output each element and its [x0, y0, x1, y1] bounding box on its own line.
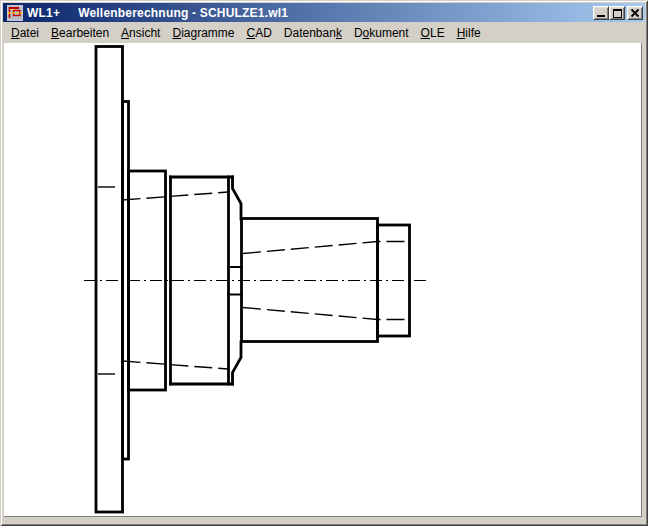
menu-item-ansicht[interactable]: Ansicht — [116, 24, 165, 42]
minimize-icon — [597, 15, 605, 17]
hidden-taper-top — [243, 242, 408, 254]
window-controls — [593, 6, 643, 20]
menu-item-cad[interactable]: CAD — [242, 24, 277, 42]
menu-item-diagramme[interactable]: Diagramme — [167, 24, 239, 42]
app-icon[interactable] — [7, 5, 23, 21]
close-icon — [628, 7, 642, 19]
window-title-app: WL1+ — [27, 6, 60, 20]
window-title-document: Wellenberechnung - SCHULZE1.wl1 — [78, 6, 288, 20]
shaft-drawing — [4, 43, 641, 516]
title-bar[interactable]: WL1+ Wellenberechnung - SCHULZE1.wl1 — [3, 3, 645, 22]
menu-item-hilfe[interactable]: Hilfe — [452, 24, 486, 42]
maximize-icon — [613, 9, 622, 18]
menu-bar: DateiBearbeitenAnsichtDiagrammeCADDatenb… — [4, 23, 644, 42]
menu-item-datei[interactable]: Datei — [6, 24, 44, 42]
minimize-button[interactable] — [593, 6, 609, 20]
menu-item-bearbeiten[interactable]: Bearbeiten — [46, 24, 114, 42]
close-button[interactable] — [627, 6, 643, 20]
hidden-bore-top — [123, 192, 229, 200]
menu-item-ole[interactable]: OLE — [416, 24, 450, 42]
drawing-canvas — [4, 43, 642, 517]
flange-disc — [96, 47, 123, 513]
maximize-button[interactable] — [609, 6, 625, 20]
hidden-bore-bottom — [123, 361, 229, 369]
menu-item-datenbank[interactable]: Datenbank — [279, 24, 347, 42]
chamfer-bottom — [233, 342, 242, 384]
menu-item-dokument[interactable]: Dokument — [349, 24, 414, 42]
hidden-taper-bottom — [243, 308, 408, 320]
app-window: WL1+ Wellenberechnung - SCHULZE1.wl1 Dat… — [0, 0, 648, 526]
chamfer-top — [233, 177, 242, 219]
